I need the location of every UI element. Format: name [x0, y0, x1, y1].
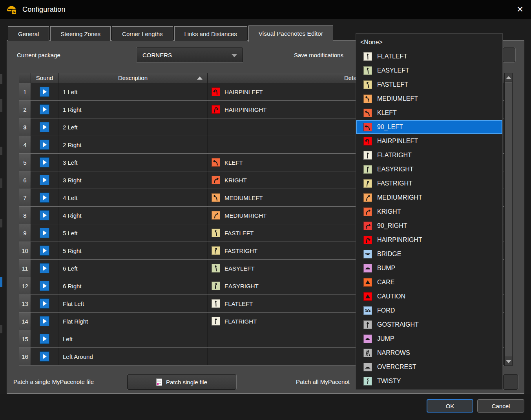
description-cell[interactable]: Left: [58, 330, 208, 347]
dropdown-item-mediumright[interactable]: MEDIUMRIGHT: [356, 191, 502, 205]
tab-visual-pacenotes-editor[interactable]: Visual Pacenotes Editor: [248, 25, 333, 42]
dropdown-item-twisty[interactable]: TWISTY: [356, 374, 502, 388]
description-cell[interactable]: Left Around: [58, 348, 208, 365]
fastright-icon: [363, 179, 372, 188]
package-select[interactable]: CORNERS: [137, 47, 243, 62]
play-sound-button[interactable]: [40, 334, 49, 344]
play-sound-button[interactable]: [40, 351, 49, 362]
dropdown-item-flatright[interactable]: FLATRIGHT: [356, 148, 502, 162]
play-icon: [43, 142, 47, 147]
dropdown-item-kleft[interactable]: KLEFT: [356, 106, 502, 120]
description-cell[interactable]: 6 Right: [58, 277, 208, 295]
header-sound[interactable]: Sound: [31, 73, 58, 83]
dropdown-item-bridge[interactable]: BRIDGE: [356, 247, 502, 261]
scroll-up-button[interactable]: [505, 73, 512, 82]
description-cell[interactable]: 1 Left: [58, 83, 208, 100]
dropdown-item-label: EASYLEFT: [377, 67, 409, 74]
description-cell[interactable]: Flat Left: [58, 295, 208, 312]
patch-single-file-label: Patch single file: [166, 379, 207, 385]
save-modifications-button-fragment[interactable]: [503, 47, 515, 62]
header-description[interactable]: Description: [58, 73, 208, 83]
tab-links-and-distances[interactable]: Links and Distances: [174, 26, 247, 41]
description-cell[interactable]: 3 Left: [58, 154, 208, 171]
table-scrollbar[interactable]: [504, 73, 513, 366]
hairpinright-icon: [212, 105, 220, 114]
play-sound-button[interactable]: [40, 281, 49, 291]
row-number: 3: [19, 118, 31, 136]
play-sound-button[interactable]: [40, 263, 49, 273]
dropdown-item-label: FASTRIGHT: [377, 180, 412, 187]
row-number: 5: [19, 154, 31, 171]
dropdown-item-gostraight[interactable]: GOSTRAIGHT: [356, 318, 502, 332]
sound-cell: [31, 348, 58, 365]
dropdown-item-overcrest[interactable]: OVERCREST: [356, 360, 502, 374]
description-cell[interactable]: 3 Right: [58, 171, 208, 189]
sound-cell: [31, 154, 58, 171]
dropdown-item-hairpinleft[interactable]: HAIRPINLEFT: [356, 134, 502, 148]
dropdown-item-caution[interactable]: CAUTION: [356, 289, 502, 304]
current-package-label: Current package: [17, 52, 60, 58]
dropdown-item-90_right[interactable]: 90_RIGHT: [356, 219, 502, 233]
close-icon[interactable]: ✕: [513, 2, 527, 16]
ok-button[interactable]: OK: [427, 399, 473, 413]
arrow-down-icon: [506, 360, 511, 363]
play-sound-button[interactable]: [40, 228, 49, 238]
row-number: 12: [19, 277, 31, 295]
description-cell[interactable]: Flat Right: [58, 313, 208, 330]
default-icon-label: KLEFT: [224, 159, 243, 166]
default-icon-label: FLATLEFT: [224, 300, 253, 307]
description-cell[interactable]: 4 Right: [58, 207, 208, 224]
patch-single-file-button[interactable]: Patch single file: [127, 374, 236, 390]
tab-general[interactable]: General: [8, 26, 49, 41]
description-cell[interactable]: 2 Right: [58, 136, 208, 153]
scrollbar-thumb[interactable]: [505, 82, 512, 356]
fastleft-icon: [212, 229, 220, 237]
play-sound-button[interactable]: [40, 175, 49, 185]
scroll-down-button[interactable]: [505, 357, 512, 365]
play-icon: [43, 336, 47, 341]
dropdown-item-fastleft[interactable]: FASTLEFT: [356, 78, 502, 92]
dialog-footer: OK Cancel: [0, 394, 531, 420]
tab-steering-zones[interactable]: Steering Zones: [50, 26, 111, 41]
dropdown-item-kright[interactable]: KRIGHT: [356, 205, 502, 219]
play-sound-button[interactable]: [40, 210, 49, 220]
play-sound-button[interactable]: [40, 87, 49, 97]
dropdown-item-label: CARE: [377, 279, 394, 286]
dropdown-item-90_left[interactable]: 90_LEFT: [356, 120, 502, 134]
default-icon-label: EASYRIGHT: [224, 283, 259, 289]
dropdown-item-flatleft[interactable]: FLATLEFT: [356, 49, 502, 64]
play-sound-button[interactable]: [40, 104, 49, 115]
tab-corner-lengths[interactable]: Corner Lengths: [112, 26, 173, 41]
play-sound-button[interactable]: [40, 298, 49, 309]
description-cell[interactable]: 5 Right: [58, 242, 208, 259]
play-sound-button[interactable]: [40, 140, 49, 150]
description-cell[interactable]: 1 Right: [58, 101, 208, 118]
dropdown-item-hairpinright[interactable]: HAIRPINRIGHT: [356, 233, 502, 247]
play-sound-button[interactable]: [40, 316, 49, 326]
dropdown-item-jump[interactable]: JUMP: [356, 332, 502, 346]
play-sound-button[interactable]: [40, 245, 49, 256]
dropdown-item-none[interactable]: <None>: [356, 35, 502, 49]
sound-cell: [31, 224, 58, 242]
play-sound-button[interactable]: [40, 122, 49, 132]
dropdown-item-mediumleft[interactable]: MEDIUMLEFT: [356, 92, 502, 106]
gostraight-icon: [363, 320, 372, 329]
play-sound-button[interactable]: [40, 157, 49, 167]
description-cell[interactable]: 5 Left: [58, 224, 208, 242]
sound-cell: [31, 207, 58, 224]
dropdown-item-ford[interactable]: FORD: [356, 304, 502, 318]
dropdown-item-easyright[interactable]: EASYRIGHT: [356, 162, 502, 176]
dropdown-item-easyleft[interactable]: EASYLEFT: [356, 64, 502, 78]
description-cell[interactable]: 4 Left: [58, 189, 208, 206]
dropdown-item-narrows[interactable]: NARROWS: [356, 346, 502, 360]
dropdown-item-care[interactable]: CARE: [356, 275, 502, 289]
description-cell[interactable]: 2 Left: [58, 118, 208, 136]
dropdown-item-bump[interactable]: BUMP: [356, 261, 502, 275]
dropdown-item-label: FLATRIGHT: [377, 152, 412, 159]
patch-all-button-fragment[interactable]: [503, 374, 518, 390]
play-sound-button[interactable]: [40, 193, 49, 203]
description-cell[interactable]: 6 Left: [58, 260, 208, 277]
background-window-fragment: [0, 277, 2, 287]
cancel-button[interactable]: Cancel: [477, 399, 524, 413]
dropdown-item-fastright[interactable]: FASTRIGHT: [356, 176, 502, 191]
